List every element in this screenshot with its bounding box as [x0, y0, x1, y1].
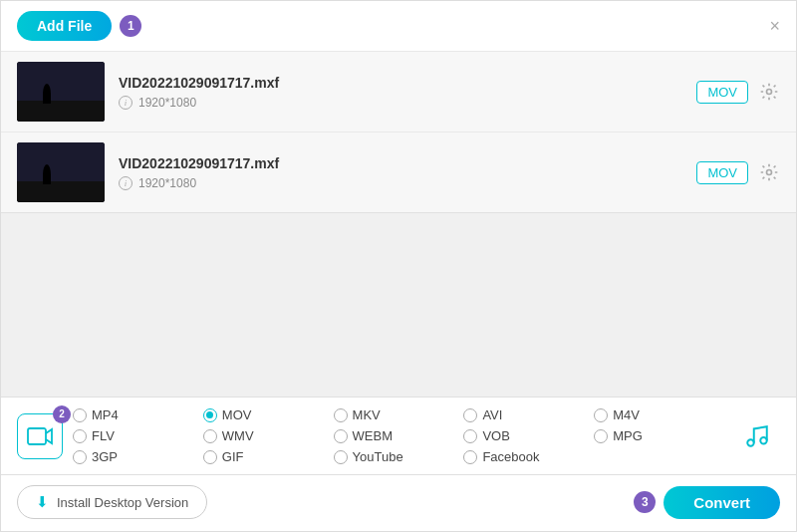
file-name: VID20221029091717.mxf: [119, 155, 696, 171]
svg-point-1: [767, 170, 772, 175]
file-meta: i 1920*1080: [119, 176, 696, 190]
format-badge[interactable]: MOV: [696, 81, 748, 104]
footer: ⬇ Install Desktop Version 3 Convert: [1, 474, 796, 529]
format-option-mp4[interactable]: MP4: [73, 407, 203, 422]
radio-gif[interactable]: [203, 450, 217, 464]
radio-3gp[interactable]: [73, 450, 87, 464]
file-item: VID20221029091717.mxf i 1920*1080 MOV: [1, 133, 796, 212]
format-badge[interactable]: MOV: [696, 161, 748, 184]
thumbnail: [17, 142, 105, 202]
audio-format-icon[interactable]: [734, 413, 780, 459]
thumbnail-image: [17, 142, 105, 202]
file-actions: MOV: [696, 161, 780, 184]
format-panel: 2 MP4 MOV MKV AVI: [1, 397, 796, 474]
settings-icon[interactable]: [758, 161, 780, 183]
install-desktop-button[interactable]: ⬇ Install Desktop Version: [17, 485, 207, 519]
radio-webm[interactable]: [334, 429, 348, 443]
radio-youtube[interactable]: [334, 450, 348, 464]
format-option-m4v[interactable]: M4V: [594, 407, 724, 422]
badge-2: 2: [53, 405, 71, 423]
format-label-flv: FLV: [92, 428, 115, 443]
format-label-3gp: 3GP: [92, 449, 118, 464]
close-button[interactable]: ×: [769, 17, 780, 35]
format-option-avi[interactable]: AVI: [463, 407, 594, 422]
main-content: VID20221029091717.mxf i 1920*1080 MOV: [1, 52, 796, 529]
format-label-mkv: MKV: [353, 407, 381, 422]
format-option-webm[interactable]: WEBM: [334, 428, 464, 443]
thumbnail: [17, 62, 105, 122]
file-info: VID20221029091717.mxf i 1920*1080: [119, 75, 696, 110]
format-option-mov[interactable]: MOV: [203, 407, 334, 422]
file-resolution: 1920*1080: [138, 176, 196, 190]
radio-mpg[interactable]: [594, 429, 608, 443]
badge-1: 1: [120, 15, 141, 37]
radio-facebook[interactable]: [463, 450, 477, 464]
svg-point-4: [760, 437, 767, 444]
format-label-mpg: MPG: [613, 428, 643, 443]
info-icon[interactable]: i: [119, 176, 133, 190]
install-label: Install Desktop Version: [57, 495, 188, 510]
download-icon: ⬇: [36, 493, 49, 511]
format-label-mp4: MP4: [92, 407, 119, 422]
badge-3: 3: [634, 491, 656, 513]
info-icon[interactable]: i: [119, 96, 133, 110]
format-label-webm: WEBM: [353, 428, 393, 443]
file-list: VID20221029091717.mxf i 1920*1080 MOV: [1, 52, 796, 213]
radio-vob[interactable]: [463, 429, 477, 443]
radio-mov[interactable]: [203, 408, 217, 422]
radio-inner-mov: [206, 411, 213, 418]
radio-mp4[interactable]: [73, 408, 87, 422]
format-label-vob: VOB: [482, 428, 509, 443]
format-label-m4v: M4V: [613, 407, 640, 422]
format-icon-wrapper: 2: [17, 413, 63, 459]
svg-rect-2: [28, 428, 46, 444]
format-option-mpg[interactable]: MPG: [594, 428, 724, 443]
format-label-wmv: WMV: [222, 428, 254, 443]
radio-flv[interactable]: [73, 429, 87, 443]
format-option-mkv[interactable]: MKV: [334, 407, 464, 422]
format-label-mov: MOV: [222, 407, 252, 422]
thumbnail-image: [17, 62, 105, 122]
format-option-gif[interactable]: GIF: [203, 449, 334, 464]
format-option-flv[interactable]: FLV: [73, 428, 203, 443]
settings-icon[interactable]: [758, 81, 780, 103]
convert-button[interactable]: Convert: [664, 486, 780, 519]
radio-wmv[interactable]: [203, 429, 217, 443]
convert-wrapper: 3 Convert: [634, 486, 780, 519]
format-label-gif: GIF: [222, 449, 244, 464]
radio-mkv[interactable]: [334, 408, 348, 422]
file-name: VID20221029091717.mxf: [119, 75, 696, 91]
file-meta: i 1920*1080: [119, 96, 696, 110]
file-item: VID20221029091717.mxf i 1920*1080 MOV: [1, 52, 796, 133]
header: Add File 1 ×: [1, 1, 796, 52]
file-resolution: 1920*1080: [138, 96, 196, 110]
radio-avi[interactable]: [463, 408, 477, 422]
svg-point-3: [747, 439, 754, 446]
radio-m4v[interactable]: [594, 408, 608, 422]
svg-point-0: [767, 90, 772, 95]
add-file-button[interactable]: Add File: [17, 11, 112, 41]
format-label-youtube: YouTube: [353, 449, 403, 464]
format-option-3gp[interactable]: 3GP: [73, 449, 203, 464]
format-option-youtube[interactable]: YouTube: [334, 449, 464, 464]
format-label-facebook: Facebook: [482, 449, 539, 464]
format-option-vob[interactable]: VOB: [463, 428, 594, 443]
file-info: VID20221029091717.mxf i 1920*1080: [119, 155, 696, 190]
empty-area: [1, 213, 796, 397]
format-option-wmv[interactable]: WMV: [203, 428, 334, 443]
format-option-facebook[interactable]: Facebook: [463, 449, 594, 464]
format-options: MP4 MOV MKV AVI M4V FLV: [73, 407, 724, 464]
file-actions: MOV: [696, 81, 780, 104]
format-label-avi: AVI: [482, 407, 502, 422]
